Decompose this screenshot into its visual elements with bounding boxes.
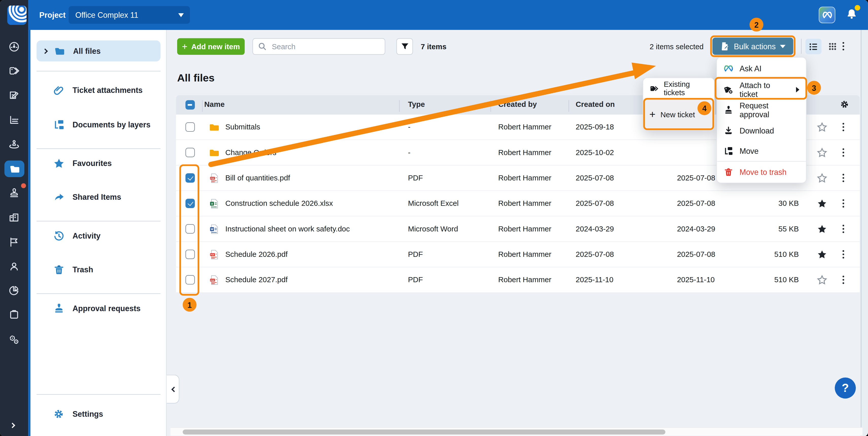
row-menu-kebab[interactable] bbox=[843, 225, 844, 233]
rail-expand-button[interactable] bbox=[10, 419, 17, 426]
sidebar-item-settings[interactable]: Settings bbox=[36, 404, 161, 425]
sidebar-collapse-button[interactable] bbox=[167, 375, 180, 404]
search-input-wrapper bbox=[252, 38, 385, 55]
modified-on: 2025-07-08 bbox=[677, 199, 715, 208]
flags-icon[interactable] bbox=[0, 233, 28, 250]
sidebar-item-ticket-attachments[interactable]: Ticket attachments bbox=[36, 80, 161, 101]
planradar-logo[interactable] bbox=[7, 6, 26, 25]
menu-item-ask-ai[interactable]: Ask AI bbox=[717, 58, 806, 79]
row-menu-kebab[interactable] bbox=[843, 174, 844, 182]
row-checkbox[interactable] bbox=[186, 173, 195, 183]
list-view-toggle[interactable] bbox=[806, 39, 822, 54]
star-filled-icon[interactable] bbox=[816, 249, 828, 260]
sidebar-item-favourites[interactable]: Favourites bbox=[36, 153, 161, 174]
scrollbar-thumb[interactable] bbox=[183, 430, 665, 435]
sidebar-item-trash[interactable]: Trash bbox=[36, 259, 161, 280]
reports-icon[interactable] bbox=[0, 282, 28, 298]
grid-view-toggle[interactable] bbox=[824, 39, 840, 54]
table-settings-gear-icon[interactable] bbox=[840, 100, 849, 109]
sidebar-item-activity[interactable]: Activity bbox=[36, 225, 161, 246]
help-button[interactable]: ? bbox=[835, 378, 856, 399]
file-size: 30 KB bbox=[754, 199, 799, 208]
star-outline-icon[interactable] bbox=[816, 275, 828, 286]
star-filled-icon[interactable] bbox=[816, 198, 828, 209]
statistics-icon[interactable] bbox=[0, 111, 28, 128]
expand-chevron-icon[interactable] bbox=[36, 49, 53, 53]
select-all-checkbox[interactable] bbox=[186, 100, 195, 110]
ai-assistant-button[interactable] bbox=[819, 7, 835, 23]
file-name[interactable]: Bill of quantities.pdf bbox=[225, 174, 290, 182]
sidebar-item-approval-requests[interactable]: Approval requests bbox=[36, 298, 161, 319]
row-menu-kebab[interactable] bbox=[843, 123, 844, 131]
contacts-icon[interactable] bbox=[0, 258, 28, 274]
sidebar-item-documents-by-layers[interactable]: Documents by layers bbox=[36, 114, 161, 135]
content-right-margin bbox=[861, 30, 868, 436]
column-header-type[interactable]: Type bbox=[408, 100, 425, 108]
ai-icon bbox=[723, 63, 734, 73]
sidebar-divider bbox=[36, 394, 161, 395]
row-menu-kebab[interactable] bbox=[843, 276, 844, 284]
file-type: PDF bbox=[408, 276, 423, 284]
horizontal-scrollbar[interactable] bbox=[170, 427, 862, 436]
table-row[interactable]: PDF Schedule 2027.pdf PDF Robert Hammer … bbox=[176, 267, 860, 292]
row-checkbox[interactable] bbox=[186, 224, 195, 233]
sidebar-item-all-files[interactable]: All files bbox=[36, 40, 161, 61]
site-plan-icon[interactable] bbox=[0, 135, 28, 152]
add-new-item-button[interactable]: + Add new item bbox=[177, 38, 245, 55]
column-divider bbox=[490, 100, 491, 112]
file-name[interactable]: Schedule 2026.pdf bbox=[225, 250, 288, 259]
toolbar-overflow-menu[interactable] bbox=[843, 42, 844, 50]
menu-item-move[interactable]: Move bbox=[717, 141, 806, 161]
menu-item-move-to-trash[interactable]: Move to trash bbox=[717, 162, 806, 182]
row-checkbox[interactable] bbox=[186, 148, 195, 157]
column-header-name[interactable]: Name bbox=[204, 100, 225, 108]
bulk-actions-button[interactable]: Bulk actions bbox=[712, 37, 793, 55]
sidebar-item-label: Ticket attachments bbox=[72, 86, 143, 95]
forms-icon[interactable] bbox=[0, 306, 28, 322]
row-menu-kebab[interactable] bbox=[843, 199, 844, 207]
created-by: Robert Hammer bbox=[498, 123, 551, 131]
submenu-item-existing-tickets[interactable]: Existing tickets bbox=[643, 78, 714, 99]
filter-button[interactable] bbox=[397, 38, 413, 55]
row-checkbox[interactable] bbox=[186, 199, 195, 208]
file-name[interactable]: Change Orders bbox=[225, 149, 276, 157]
row-checkbox[interactable] bbox=[186, 275, 195, 284]
file-name[interactable]: Schedule 2027.pdf bbox=[225, 276, 288, 284]
menu-item-attach-to-ticket[interactable]: Attach to ticket bbox=[717, 79, 806, 100]
automations-icon[interactable] bbox=[0, 331, 28, 347]
tickets-icon[interactable] bbox=[0, 87, 28, 103]
row-menu-kebab[interactable] bbox=[843, 149, 844, 157]
menu-item-download[interactable]: Download bbox=[717, 120, 806, 141]
column-header-created-by[interactable]: Created by bbox=[498, 100, 537, 108]
dashboard-icon[interactable] bbox=[0, 38, 28, 55]
file-name[interactable]: Instructional sheet on work safety.doc bbox=[225, 225, 350, 233]
sidebar-divider bbox=[36, 149, 161, 149]
row-checkbox[interactable] bbox=[186, 122, 195, 132]
star-filled-icon[interactable] bbox=[816, 224, 828, 235]
star-outline-icon[interactable] bbox=[816, 173, 828, 184]
column-header-created-on[interactable]: Created on bbox=[576, 100, 615, 108]
file-type: PDF bbox=[408, 174, 423, 182]
bim-icon[interactable] bbox=[0, 209, 28, 226]
submenu-item-new-ticket[interactable]: + New ticket bbox=[643, 99, 714, 130]
table-row[interactable]: PDF Schedule 2026.pdf PDF Robert Hammer … bbox=[176, 242, 860, 267]
star-outline-icon[interactable] bbox=[816, 122, 828, 133]
sidebar-item-shared-items[interactable]: Shared Items bbox=[36, 187, 161, 208]
project-select[interactable]: Office Complex 11 bbox=[68, 6, 190, 24]
file-type: Microsoft Word bbox=[408, 225, 458, 233]
annotation-step-1: 1 bbox=[183, 298, 197, 312]
table-row[interactable]: X Construction schedule 2026.xlsx Micros… bbox=[176, 191, 860, 216]
search-input[interactable] bbox=[271, 42, 371, 51]
table-row[interactable]: W Instructional sheet on work safety.doc… bbox=[176, 216, 860, 242]
file-name[interactable]: Submittals bbox=[225, 123, 260, 131]
column-divider bbox=[399, 100, 400, 112]
star-outline-icon[interactable] bbox=[816, 147, 828, 158]
row-checkbox[interactable] bbox=[186, 250, 195, 259]
tags-icon[interactable] bbox=[0, 62, 28, 79]
file-name[interactable]: Construction schedule 2026.xlsx bbox=[225, 199, 333, 208]
row-menu-kebab[interactable] bbox=[843, 250, 844, 258]
documents-icon[interactable] bbox=[4, 161, 24, 177]
menu-item-label: Attach to ticket bbox=[740, 81, 790, 98]
svg-text:PDF: PDF bbox=[211, 279, 215, 281]
menu-item-request-approval[interactable]: Request approval bbox=[717, 100, 806, 120]
